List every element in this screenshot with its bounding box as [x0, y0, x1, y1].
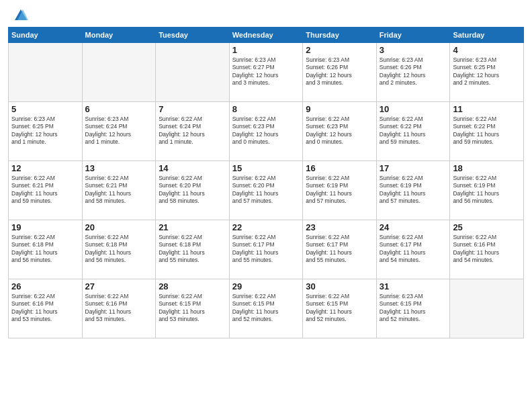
day-info: Sunrise: 6:22 AMSunset: 6:15 PMDaylight:… [306, 293, 373, 324]
day-info: Sunrise: 6:23 AMSunset: 6:24 PMDaylight:… [85, 116, 153, 146]
day-number: 1 [232, 45, 300, 55]
day-info: Sunrise: 6:22 AMSunset: 6:22 PMDaylight:… [380, 116, 447, 146]
day-number: 18 [453, 163, 521, 173]
day-number: 3 [380, 45, 447, 55]
day-number: 20 [85, 222, 153, 232]
calendar-cell: 14Sunrise: 6:22 AMSunset: 6:20 PMDayligh… [156, 161, 230, 220]
calendar-header-thursday: Thursday [303, 28, 377, 43]
day-number: 10 [380, 104, 447, 114]
day-number: 17 [380, 163, 447, 173]
day-number: 29 [232, 281, 300, 291]
calendar-header-row: SundayMondayTuesdayWednesdayThursdayFrid… [9, 28, 524, 43]
day-number: 2 [306, 45, 373, 55]
day-info: Sunrise: 6:22 AMSunset: 6:23 PMDaylight:… [232, 116, 300, 146]
calendar-table: SundayMondayTuesdayWednesdayThursdayFrid… [8, 27, 524, 338]
day-info: Sunrise: 6:23 AMSunset: 6:26 PMDaylight:… [380, 56, 447, 87]
calendar-cell: 10Sunrise: 6:22 AMSunset: 6:22 PMDayligh… [376, 102, 450, 161]
calendar-cell: 5Sunrise: 6:23 AMSunset: 6:25 PMDaylight… [9, 102, 83, 161]
day-number: 14 [159, 163, 226, 173]
calendar-cell: 25Sunrise: 6:22 AMSunset: 6:16 PMDayligh… [450, 220, 524, 279]
logo-icon [13, 8, 28, 23]
day-number: 6 [85, 104, 153, 114]
day-info: Sunrise: 6:23 AMSunset: 6:27 PMDaylight:… [232, 56, 300, 87]
calendar-cell: 7Sunrise: 6:22 AMSunset: 6:24 PMDaylight… [156, 102, 230, 161]
calendar-container: SundayMondayTuesdayWednesdayThursdayFrid… [8, 27, 524, 338]
day-number: 11 [453, 104, 521, 114]
calendar-cell: 6Sunrise: 6:23 AMSunset: 6:24 PMDaylight… [82, 102, 156, 161]
day-info: Sunrise: 6:23 AMSunset: 6:15 PMDaylight:… [380, 293, 447, 324]
calendar-cell: 9Sunrise: 6:22 AMSunset: 6:23 PMDaylight… [303, 102, 377, 161]
calendar-week-row: 26Sunrise: 6:22 AMSunset: 6:16 PMDayligh… [9, 279, 524, 338]
day-number: 5 [11, 104, 79, 114]
calendar-cell: 19Sunrise: 6:22 AMSunset: 6:18 PMDayligh… [9, 220, 83, 279]
calendar-week-row: 12Sunrise: 6:22 AMSunset: 6:21 PMDayligh… [9, 161, 524, 220]
day-number: 26 [11, 281, 79, 291]
day-info: Sunrise: 6:22 AMSunset: 6:20 PMDaylight:… [159, 175, 226, 205]
calendar-cell: 20Sunrise: 6:22 AMSunset: 6:18 PMDayligh… [82, 220, 156, 279]
day-number: 4 [453, 45, 521, 55]
calendar-cell: 29Sunrise: 6:22 AMSunset: 6:15 PMDayligh… [229, 279, 303, 338]
day-number: 30 [306, 281, 373, 291]
day-info: Sunrise: 6:22 AMSunset: 6:15 PMDaylight:… [159, 293, 226, 324]
day-info: Sunrise: 6:22 AMSunset: 6:23 PMDaylight:… [306, 116, 373, 146]
calendar-cell: 23Sunrise: 6:22 AMSunset: 6:17 PMDayligh… [303, 220, 377, 279]
day-number: 15 [232, 163, 300, 173]
day-number: 24 [380, 222, 447, 232]
day-info: Sunrise: 6:22 AMSunset: 6:18 PMDaylight:… [11, 234, 79, 265]
calendar-cell: 12Sunrise: 6:22 AMSunset: 6:21 PMDayligh… [9, 161, 83, 220]
day-info: Sunrise: 6:23 AMSunset: 6:25 PMDaylight:… [11, 116, 79, 146]
day-info: Sunrise: 6:22 AMSunset: 6:21 PMDaylight:… [11, 175, 79, 205]
day-number: 19 [11, 222, 79, 232]
calendar-cell: 2Sunrise: 6:23 AMSunset: 6:26 PMDaylight… [303, 43, 377, 102]
calendar-cell: 15Sunrise: 6:22 AMSunset: 6:20 PMDayligh… [229, 161, 303, 220]
day-info: Sunrise: 6:22 AMSunset: 6:19 PMDaylight:… [453, 175, 521, 205]
calendar-week-row: 19Sunrise: 6:22 AMSunset: 6:18 PMDayligh… [9, 220, 524, 279]
day-number: 23 [306, 222, 373, 232]
calendar-cell: 22Sunrise: 6:22 AMSunset: 6:17 PMDayligh… [229, 220, 303, 279]
calendar-cell: 31Sunrise: 6:23 AMSunset: 6:15 PMDayligh… [376, 279, 450, 338]
day-info: Sunrise: 6:23 AMSunset: 6:26 PMDaylight:… [306, 56, 373, 87]
calendar-header-saturday: Saturday [450, 28, 524, 43]
day-number: 7 [159, 104, 226, 114]
day-number: 27 [85, 281, 153, 291]
day-info: Sunrise: 6:22 AMSunset: 6:22 PMDaylight:… [453, 116, 521, 146]
calendar-cell: 18Sunrise: 6:22 AMSunset: 6:19 PMDayligh… [450, 161, 524, 220]
calendar-cell: 13Sunrise: 6:22 AMSunset: 6:21 PMDayligh… [82, 161, 156, 220]
calendar-cell: 1Sunrise: 6:23 AMSunset: 6:27 PMDaylight… [229, 43, 303, 102]
day-info: Sunrise: 6:22 AMSunset: 6:21 PMDaylight:… [85, 175, 153, 205]
day-info: Sunrise: 6:22 AMSunset: 6:17 PMDaylight:… [232, 234, 300, 265]
day-number: 12 [11, 163, 79, 173]
day-info: Sunrise: 6:22 AMSunset: 6:16 PMDaylight:… [11, 293, 79, 324]
calendar-cell: 27Sunrise: 6:22 AMSunset: 6:16 PMDayligh… [82, 279, 156, 338]
calendar-header-sunday: Sunday [9, 28, 83, 43]
day-number: 13 [85, 163, 153, 173]
day-info: Sunrise: 6:22 AMSunset: 6:19 PMDaylight:… [306, 175, 373, 205]
day-info: Sunrise: 6:22 AMSunset: 6:19 PMDaylight:… [380, 175, 447, 205]
day-info: Sunrise: 6:23 AMSunset: 6:25 PMDaylight:… [453, 56, 521, 87]
calendar-cell: 3Sunrise: 6:23 AMSunset: 6:26 PMDaylight… [376, 43, 450, 102]
calendar-cell: 8Sunrise: 6:22 AMSunset: 6:23 PMDaylight… [229, 102, 303, 161]
day-number: 8 [232, 104, 300, 114]
calendar-cell: 4Sunrise: 6:23 AMSunset: 6:25 PMDaylight… [450, 43, 524, 102]
day-info: Sunrise: 6:22 AMSunset: 6:18 PMDaylight:… [85, 234, 153, 265]
page: SundayMondayTuesdayWednesdayThursdayFrid… [0, 0, 532, 411]
day-info: Sunrise: 6:22 AMSunset: 6:16 PMDaylight:… [453, 234, 521, 265]
calendar-cell: 16Sunrise: 6:22 AMSunset: 6:19 PMDayligh… [303, 161, 377, 220]
day-number: 28 [159, 281, 226, 291]
calendar-cell [9, 43, 83, 102]
day-number: 31 [380, 281, 447, 291]
calendar-cell: 30Sunrise: 6:22 AMSunset: 6:15 PMDayligh… [303, 279, 377, 338]
logo [12, 8, 28, 23]
header [0, 0, 532, 27]
day-info: Sunrise: 6:22 AMSunset: 6:16 PMDaylight:… [85, 293, 153, 324]
calendar-header-friday: Friday [376, 28, 450, 43]
day-info: Sunrise: 6:22 AMSunset: 6:15 PMDaylight:… [232, 293, 300, 324]
day-number: 21 [159, 222, 226, 232]
calendar-header-monday: Monday [82, 28, 156, 43]
day-info: Sunrise: 6:22 AMSunset: 6:20 PMDaylight:… [232, 175, 300, 205]
day-info: Sunrise: 6:22 AMSunset: 6:18 PMDaylight:… [159, 234, 226, 265]
day-info: Sunrise: 6:22 AMSunset: 6:17 PMDaylight:… [306, 234, 373, 265]
calendar-cell: 24Sunrise: 6:22 AMSunset: 6:17 PMDayligh… [376, 220, 450, 279]
day-info: Sunrise: 6:22 AMSunset: 6:24 PMDaylight:… [159, 116, 226, 146]
day-number: 16 [306, 163, 373, 173]
